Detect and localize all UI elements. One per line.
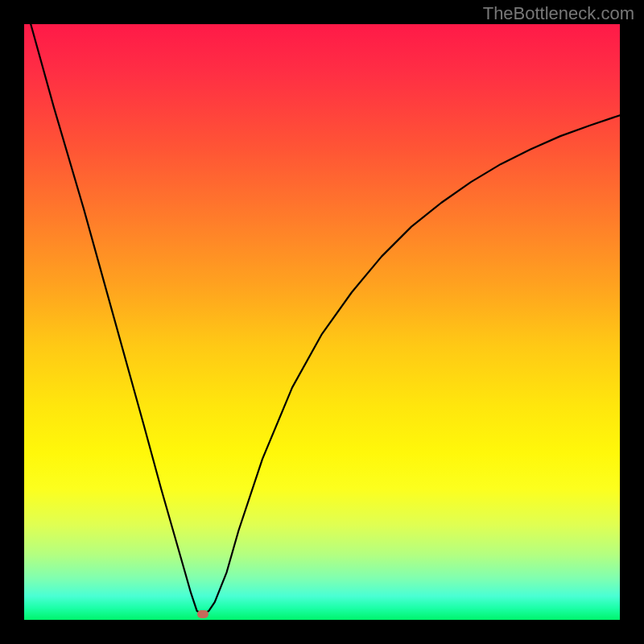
optimum-marker: [197, 610, 208, 618]
plot-area: [24, 24, 620, 620]
bottleneck-curve: [24, 24, 620, 614]
watermark-text: TheBottleneck.com: [483, 3, 634, 24]
curve-layer: [24, 24, 620, 620]
chart-container: TheBottleneck.com: [0, 0, 644, 644]
